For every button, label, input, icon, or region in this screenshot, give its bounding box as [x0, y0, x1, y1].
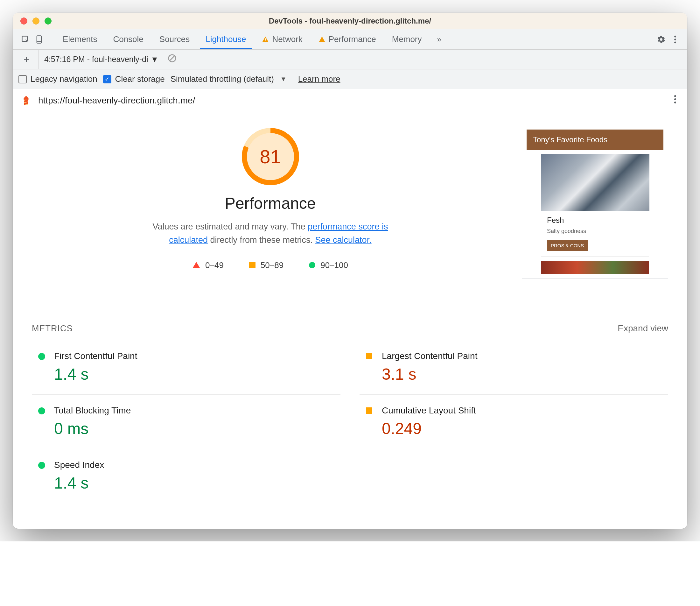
legacy-navigation-label: Legacy navigation: [30, 74, 97, 84]
metric-value: 3.1 s: [382, 365, 668, 383]
tab-memory[interactable]: Memory: [386, 29, 428, 49]
preview-site-header: Tony's Favorite Foods: [527, 130, 663, 150]
svg-rect-6: [322, 41, 322, 41]
svg-point-15: [674, 101, 676, 103]
metric-empty: [360, 449, 668, 503]
clear-storage-label: Clear storage: [115, 74, 165, 84]
checkbox-unchecked-icon: [19, 75, 27, 84]
see-calculator-link[interactable]: See calculator.: [315, 235, 372, 245]
scale-good-label: 90–100: [320, 260, 348, 270]
expand-view-toggle[interactable]: Expand view: [618, 323, 668, 333]
checkbox-checked-icon: ✓: [103, 75, 111, 84]
metric-value: 1.4 s: [54, 474, 340, 492]
metric-speed-index[interactable]: Speed Index 1.4 s: [32, 449, 340, 503]
svg-rect-4: [265, 41, 266, 41]
close-window-button[interactable]: [20, 18, 27, 24]
preview-card-button: PROS & CONS: [547, 240, 588, 251]
more-tabs-icon[interactable]: »: [432, 35, 446, 44]
svg-point-14: [674, 98, 676, 100]
scale-average: 50–89: [249, 260, 284, 270]
metrics-grid: First Contentful Paint 1.4 s Largest Con…: [32, 340, 668, 503]
window-titlebar: DevTools - foul-heavenly-direction.glitc…: [13, 13, 687, 29]
perf-desc-text-1: Values are estimated and may vary. The: [153, 222, 308, 231]
score-value: 81: [247, 133, 294, 180]
legacy-navigation-option[interactable]: Legacy navigation: [19, 74, 97, 84]
inspect-tools: [15, 29, 51, 49]
lighthouse-options-row: Legacy navigation ✓ Clear storage Simula…: [13, 69, 687, 89]
report-menu-icon[interactable]: [671, 95, 680, 106]
score-gauge: 81: [242, 128, 299, 185]
metric-name: First Contentful Paint: [54, 351, 340, 361]
report-url: https://foul-heavenly-direction.glitch.m…: [38, 95, 665, 106]
clear-storage-option[interactable]: ✓ Clear storage: [103, 74, 165, 84]
scale-good: 90–100: [309, 260, 348, 270]
clear-report-icon[interactable]: [164, 53, 180, 65]
throttling-label: Simulated throttling (default): [171, 74, 274, 84]
settings-gear-icon[interactable]: [655, 34, 667, 45]
score-scale-legend: 0–49 50–89 90–100: [193, 260, 348, 270]
svg-point-8: [674, 39, 676, 41]
lighthouse-logo-icon: [20, 95, 32, 106]
metric-name: Speed Index: [54, 460, 340, 470]
svg-rect-5: [322, 38, 322, 40]
metric-value: 0.249: [382, 419, 668, 438]
metrics-section-header: METRICS Expand view: [32, 323, 668, 340]
tab-elements[interactable]: Elements: [57, 29, 103, 49]
report-selector-label: 4:57:16 PM - foul-heavenly-di: [44, 55, 148, 64]
metric-lcp[interactable]: Largest Contentful Paint 3.1 s: [360, 340, 668, 395]
report-url-row: https://foul-heavenly-direction.glitch.m…: [13, 89, 687, 112]
new-report-button[interactable]: ＋: [19, 50, 39, 69]
metric-name: Total Blocking Time: [54, 405, 340, 416]
metric-fcp[interactable]: First Contentful Paint 1.4 s: [32, 340, 340, 395]
svg-line-11: [170, 56, 175, 61]
more-options-icon[interactable]: [670, 34, 681, 45]
inspect-element-icon[interactable]: [20, 34, 31, 45]
metric-tbt[interactable]: Total Blocking Time 0 ms: [32, 395, 340, 449]
triangle-icon: [193, 262, 200, 268]
dropdown-caret-icon: ▼: [151, 55, 159, 64]
tab-network[interactable]: Network: [256, 29, 308, 49]
metric-name: Cumulative Layout Shift: [382, 405, 668, 416]
svg-rect-1: [37, 36, 41, 43]
device-toolbar-icon[interactable]: [34, 34, 45, 45]
scale-bad: 0–49: [193, 260, 224, 270]
preview-card-body: Fesh Salty goodness PROS & CONS: [541, 211, 649, 257]
metric-cls[interactable]: Cumulative Layout Shift 0.249: [360, 395, 668, 449]
svg-point-7: [674, 35, 676, 37]
metrics-heading: METRICS: [32, 324, 73, 333]
performance-description: Values are estimated and may vary. The p…: [140, 220, 401, 247]
learn-more-link[interactable]: Learn more: [298, 74, 340, 84]
dropdown-caret-icon: ▼: [280, 75, 287, 83]
svg-point-13: [674, 95, 676, 97]
tab-performance[interactable]: Performance: [313, 29, 382, 49]
report-selector[interactable]: 4:57:16 PM - foul-heavenly-di ▼: [44, 55, 159, 64]
status-square-average-icon: [366, 353, 372, 359]
throttling-selector[interactable]: Simulated throttling (default) ▼: [171, 74, 287, 84]
tab-list: Elements Console Sources Lighthouse Netw…: [51, 29, 446, 49]
minimize-window-button[interactable]: [32, 18, 40, 24]
svg-rect-3: [265, 38, 266, 40]
zoom-window-button[interactable]: [45, 18, 52, 24]
circle-icon: [309, 262, 315, 268]
lighthouse-report: 81 Performance Values are estimated and …: [13, 112, 687, 529]
metric-name: Largest Contentful Paint: [382, 351, 668, 361]
devtools-main-tabs: Elements Console Sources Lighthouse Netw…: [13, 29, 687, 50]
tab-network-label: Network: [272, 34, 302, 44]
tab-lighthouse[interactable]: Lighthouse: [200, 29, 252, 49]
devtools-window: DevTools - foul-heavenly-direction.glitc…: [13, 13, 687, 529]
tab-sources[interactable]: Sources: [154, 29, 195, 49]
tab-console[interactable]: Console: [107, 29, 149, 49]
warning-icon: [318, 36, 325, 43]
status-dot-good-icon: [38, 353, 45, 360]
tab-performance-label: Performance: [329, 34, 376, 44]
report-top-section: 81 Performance Values are estimated and …: [32, 125, 668, 279]
performance-summary: 81 Performance Values are estimated and …: [32, 125, 509, 279]
status-dot-good-icon: [38, 407, 45, 414]
metric-value: 1.4 s: [54, 365, 340, 383]
scale-mid-label: 50–89: [261, 260, 284, 270]
preview-next-card-peek: [541, 261, 649, 274]
preview-food-image: [541, 154, 649, 211]
preview-food-card: Fesh Salty goodness PROS & CONS: [541, 154, 649, 257]
traffic-lights: [20, 18, 52, 24]
tabs-right-controls: [655, 34, 685, 45]
